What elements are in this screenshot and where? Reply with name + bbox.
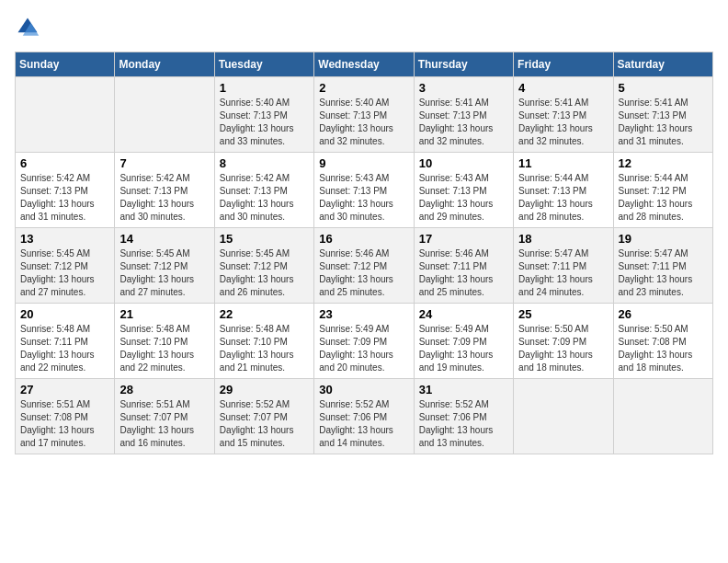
- day-info: Sunrise: 5:52 AMSunset: 7:06 PMDaylight:…: [419, 398, 508, 450]
- day-info: Sunrise: 5:50 AMSunset: 7:09 PMDaylight:…: [518, 323, 608, 374]
- calendar-cell: 14Sunrise: 5:45 AMSunset: 7:12 PMDayligh…: [115, 228, 214, 304]
- logo-icon: [15, 15, 40, 40]
- header-day: Saturday: [613, 52, 712, 77]
- calendar-week: 20Sunrise: 5:48 AMSunset: 7:11 PMDayligh…: [16, 304, 713, 379]
- calendar-cell: 9Sunrise: 5:43 AMSunset: 7:13 PMDaylight…: [314, 153, 414, 228]
- day-info: Sunrise: 5:51 AMSunset: 7:07 PMDaylight:…: [119, 398, 209, 450]
- day-number: 3: [419, 81, 508, 95]
- calendar-cell: 26Sunrise: 5:50 AMSunset: 7:08 PMDayligh…: [613, 304, 712, 379]
- calendar-cell: 4Sunrise: 5:41 AMSunset: 7:13 PMDaylight…: [514, 77, 613, 153]
- calendar-cell: 20Sunrise: 5:48 AMSunset: 7:11 PMDayligh…: [16, 304, 115, 379]
- calendar-cell: 27Sunrise: 5:51 AMSunset: 7:08 PMDayligh…: [16, 379, 115, 454]
- day-info: Sunrise: 5:51 AMSunset: 7:08 PMDaylight:…: [20, 398, 109, 450]
- day-number: 8: [220, 156, 309, 170]
- day-number: 19: [619, 232, 708, 246]
- day-info: Sunrise: 5:44 AMSunset: 7:12 PMDaylight:…: [619, 172, 708, 224]
- day-info: Sunrise: 5:50 AMSunset: 7:08 PMDaylight:…: [619, 323, 708, 374]
- day-number: 7: [119, 156, 209, 170]
- day-number: 25: [518, 307, 608, 321]
- day-info: Sunrise: 5:41 AMSunset: 7:13 PMDaylight:…: [419, 97, 508, 148]
- day-number: 16: [319, 232, 408, 246]
- day-number: 29: [220, 383, 309, 396]
- header-day: Tuesday: [214, 52, 313, 77]
- day-info: Sunrise: 5:49 AMSunset: 7:09 PMDaylight:…: [319, 323, 408, 374]
- calendar-cell: 6Sunrise: 5:42 AMSunset: 7:13 PMDaylight…: [16, 153, 115, 228]
- day-number: 21: [119, 307, 209, 321]
- day-info: Sunrise: 5:42 AMSunset: 7:13 PMDaylight:…: [119, 172, 209, 224]
- calendar-cell: [514, 379, 613, 454]
- calendar-cell: 3Sunrise: 5:41 AMSunset: 7:13 PMDaylight…: [414, 77, 513, 153]
- calendar-table: SundayMondayTuesdayWednesdayThursdayFrid…: [15, 52, 713, 454]
- calendar-cell: [613, 379, 712, 454]
- day-number: 4: [518, 81, 608, 95]
- day-number: 12: [619, 156, 708, 170]
- calendar-cell: 16Sunrise: 5:46 AMSunset: 7:12 PMDayligh…: [314, 228, 414, 304]
- calendar-cell: 15Sunrise: 5:45 AMSunset: 7:12 PMDayligh…: [214, 228, 313, 304]
- calendar-cell: 2Sunrise: 5:40 AMSunset: 7:13 PMDaylight…: [314, 77, 414, 153]
- calendar-cell: 18Sunrise: 5:47 AMSunset: 7:11 PMDayligh…: [514, 228, 613, 304]
- day-number: 17: [419, 232, 508, 246]
- day-info: Sunrise: 5:52 AMSunset: 7:07 PMDaylight:…: [220, 398, 309, 450]
- header-day: Monday: [115, 52, 214, 77]
- calendar-cell: 24Sunrise: 5:49 AMSunset: 7:09 PMDayligh…: [414, 304, 513, 379]
- calendar-cell: 7Sunrise: 5:42 AMSunset: 7:13 PMDaylight…: [115, 153, 214, 228]
- day-info: Sunrise: 5:48 AMSunset: 7:10 PMDaylight:…: [119, 323, 209, 374]
- day-info: Sunrise: 5:46 AMSunset: 7:12 PMDaylight:…: [319, 247, 408, 299]
- calendar-cell: 25Sunrise: 5:50 AMSunset: 7:09 PMDayligh…: [514, 304, 613, 379]
- day-info: Sunrise: 5:48 AMSunset: 7:11 PMDaylight:…: [20, 323, 109, 374]
- day-number: 26: [619, 307, 708, 321]
- day-info: Sunrise: 5:47 AMSunset: 7:11 PMDaylight:…: [619, 247, 708, 299]
- day-number: 2: [319, 81, 408, 95]
- day-info: Sunrise: 5:41 AMSunset: 7:13 PMDaylight:…: [518, 97, 608, 148]
- day-info: Sunrise: 5:45 AMSunset: 7:12 PMDaylight:…: [20, 247, 109, 299]
- day-info: Sunrise: 5:47 AMSunset: 7:11 PMDaylight:…: [518, 247, 608, 299]
- day-number: 31: [419, 383, 508, 396]
- day-number: 11: [518, 156, 608, 170]
- day-number: 1: [220, 81, 309, 95]
- logo: [15, 15, 44, 40]
- day-number: 23: [319, 307, 408, 321]
- day-number: 22: [220, 307, 309, 321]
- calendar-week: 13Sunrise: 5:45 AMSunset: 7:12 PMDayligh…: [16, 228, 713, 304]
- calendar-cell: 10Sunrise: 5:43 AMSunset: 7:13 PMDayligh…: [414, 153, 513, 228]
- day-info: Sunrise: 5:40 AMSunset: 7:13 PMDaylight:…: [319, 97, 408, 148]
- day-number: 27: [20, 383, 109, 396]
- calendar-cell: 11Sunrise: 5:44 AMSunset: 7:13 PMDayligh…: [514, 153, 613, 228]
- day-number: 24: [419, 307, 508, 321]
- day-number: 15: [220, 232, 309, 246]
- calendar-cell: 19Sunrise: 5:47 AMSunset: 7:11 PMDayligh…: [613, 228, 712, 304]
- day-number: 9: [319, 156, 408, 170]
- day-number: 5: [619, 81, 708, 95]
- day-number: 6: [20, 156, 109, 170]
- day-number: 13: [20, 232, 109, 246]
- calendar-cell: 30Sunrise: 5:52 AMSunset: 7:06 PMDayligh…: [314, 379, 414, 454]
- calendar-cell: 23Sunrise: 5:49 AMSunset: 7:09 PMDayligh…: [314, 304, 414, 379]
- header-day: Thursday: [414, 52, 513, 77]
- calendar-week: 1Sunrise: 5:40 AMSunset: 7:13 PMDaylight…: [16, 77, 713, 153]
- calendar-cell: [115, 77, 214, 153]
- calendar-cell: 8Sunrise: 5:42 AMSunset: 7:13 PMDaylight…: [214, 153, 313, 228]
- header-day: Wednesday: [314, 52, 414, 77]
- day-info: Sunrise: 5:45 AMSunset: 7:12 PMDaylight:…: [119, 247, 209, 299]
- day-number: 14: [119, 232, 209, 246]
- day-info: Sunrise: 5:49 AMSunset: 7:09 PMDaylight:…: [419, 323, 508, 374]
- day-number: 28: [119, 383, 209, 396]
- day-number: 30: [319, 383, 408, 396]
- day-number: 10: [419, 156, 508, 170]
- calendar-cell: 12Sunrise: 5:44 AMSunset: 7:12 PMDayligh…: [613, 153, 712, 228]
- calendar-body: 1Sunrise: 5:40 AMSunset: 7:13 PMDaylight…: [16, 77, 713, 454]
- calendar-cell: 1Sunrise: 5:40 AMSunset: 7:13 PMDaylight…: [214, 77, 313, 153]
- calendar-cell: 13Sunrise: 5:45 AMSunset: 7:12 PMDayligh…: [16, 228, 115, 304]
- day-info: Sunrise: 5:42 AMSunset: 7:13 PMDaylight:…: [220, 172, 309, 224]
- calendar-cell: 17Sunrise: 5:46 AMSunset: 7:11 PMDayligh…: [414, 228, 513, 304]
- calendar-week: 27Sunrise: 5:51 AMSunset: 7:08 PMDayligh…: [16, 379, 713, 454]
- calendar-cell: 31Sunrise: 5:52 AMSunset: 7:06 PMDayligh…: [414, 379, 513, 454]
- day-info: Sunrise: 5:43 AMSunset: 7:13 PMDaylight:…: [319, 172, 408, 224]
- calendar-cell: 5Sunrise: 5:41 AMSunset: 7:13 PMDaylight…: [613, 77, 712, 153]
- day-info: Sunrise: 5:41 AMSunset: 7:13 PMDaylight:…: [619, 97, 708, 148]
- page-header: [15, 15, 713, 40]
- day-info: Sunrise: 5:43 AMSunset: 7:13 PMDaylight:…: [419, 172, 508, 224]
- header-day: Sunday: [16, 52, 115, 77]
- day-info: Sunrise: 5:45 AMSunset: 7:12 PMDaylight:…: [220, 247, 309, 299]
- day-info: Sunrise: 5:40 AMSunset: 7:13 PMDaylight:…: [220, 97, 309, 148]
